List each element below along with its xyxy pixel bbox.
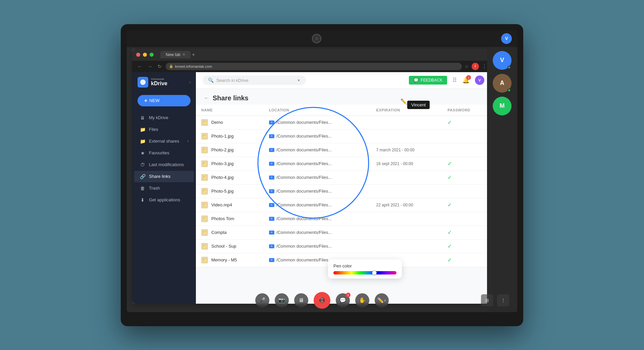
minimize-button[interactable] (143, 53, 147, 57)
kdrive-title: kDrive (151, 81, 167, 87)
notification-button[interactable]: 🔔 1 (462, 77, 470, 84)
search-bar[interactable]: 🔍 Search in kDrive ▼ (203, 76, 306, 85)
tab-bar: New tab ✕ + (160, 51, 195, 58)
table-row[interactable]: 📁 Compta ≡ /Common documents/Files... ✓ (196, 226, 491, 239)
kdrive-logo (138, 77, 148, 88)
file-password-cell: ✓ (442, 198, 491, 212)
more-options-icon[interactable]: ⋮ (482, 63, 487, 69)
refresh-button[interactable]: ↻ (156, 63, 163, 70)
file-expiration-cell: 7 march 2021 - 00:00 (371, 143, 442, 157)
drive-icon: ≡ (269, 203, 274, 207)
table-row[interactable]: 📁 School - Sup ≡ /Common documents/Files… (196, 239, 491, 253)
sidebar-item-trash[interactable]: 🗑 Trash (134, 183, 194, 194)
svg-point-0 (140, 80, 146, 85)
back-nav-button[interactable]: ← (136, 63, 144, 70)
file-name: Photo-2.jpg (211, 147, 234, 152)
chat-button[interactable]: 💬 1 (336, 293, 350, 307)
file-name: School - Sup (211, 244, 236, 249)
sidebar-item-last-modifications[interactable]: ⏱ Last modifications (134, 159, 194, 170)
new-tab-button[interactable]: + (192, 52, 195, 58)
url-bar[interactable]: 🔒 kmeet.infomaniak.com (166, 63, 462, 70)
new-button-label: NEW (149, 98, 159, 103)
end-call-button[interactable]: 📵 (314, 292, 330, 309)
sidebar-item-files[interactable]: 📁 Files (134, 124, 194, 135)
search-dropdown-icon[interactable]: ▼ (297, 79, 301, 82)
pen-icon: ✏️ (377, 297, 384, 303)
tab-close-icon[interactable]: ✕ (182, 53, 185, 56)
expiry-text: 7 march 2021 - 00:00 (376, 148, 415, 152)
chrome-profile-button[interactable]: I (472, 63, 479, 70)
notification-badge: 1 (466, 75, 471, 80)
expiry-text: 22 april 2021 - 00:00 (376, 203, 413, 207)
sidebar-item-favourites[interactable]: ★ Favourites (134, 147, 194, 159)
location-text: /Common documents/Files... (276, 216, 332, 221)
feedback-button[interactable]: 💬 FEEDBACK (409, 76, 447, 85)
user-avatar[interactable]: V (475, 76, 484, 85)
drive-icon: ≡ (269, 244, 274, 248)
nav-label-files: Files (149, 127, 158, 132)
bookmark-icon[interactable]: ☆ (465, 64, 469, 69)
maximize-button[interactable] (150, 53, 154, 57)
table-row[interactable]: 📁 Photo-5.jpg ≡ /Common documents/Files.… (196, 184, 491, 198)
call-bar-right: ⊞ ⋮ (481, 294, 509, 306)
drive-icon: ≡ (269, 258, 274, 262)
password-check-icon: ✓ (447, 230, 452, 235)
table-row[interactable]: 📁 Demo ≡ /Common documents/Files... ✓ (196, 115, 491, 129)
more-call-options-button[interactable]: ⋮ (497, 294, 509, 306)
table-row[interactable]: 📁 Photo-3.jpg ≡ /Common documents/Files.… (196, 157, 491, 170)
password-check-icon: ✓ (447, 119, 452, 125)
nav-actions: ☆ I ⋮ (465, 63, 487, 70)
close-button[interactable] (136, 53, 140, 57)
file-location-cell: ≡ /Common documents/Files... (264, 212, 371, 226)
folder-icon: 📁 (140, 127, 146, 132)
sidebar: Infomaniak kDrive › + NEW 🖥 My kDrive (132, 72, 196, 304)
pen-color-panel: Pen color (328, 259, 402, 279)
sidebar-item-share-links[interactable]: 🔗 Share links (134, 171, 194, 182)
file-password-cell: ✓ (442, 157, 491, 170)
forward-nav-button[interactable]: → (146, 63, 154, 70)
table-row[interactable]: 📁 Photo-1.jpg ≡ /Common documents/Files.… (196, 129, 491, 143)
chat-icon: 💬 (339, 297, 346, 303)
location-text: /Common documents/Files... (276, 120, 332, 125)
url-text: kmeet.infomaniak.com (175, 64, 212, 68)
sidebar-item-my-kdrive[interactable]: 🖥 My kDrive (134, 112, 194, 123)
monitor-icon: 🖥 (140, 115, 146, 120)
apps-grid-icon[interactable]: ⠿ (452, 77, 457, 84)
file-password-cell (442, 129, 491, 143)
file-password-cell: ✓ (442, 170, 491, 184)
sidebar-item-external-shares[interactable]: 📁 External shares › (134, 136, 194, 147)
sidebar-item-get-applications[interactable]: ⬇ Get applications (134, 194, 194, 206)
nav-label-trash: Trash (149, 186, 160, 191)
drive-icon: ≡ (269, 148, 274, 152)
mic-button[interactable]: 🎤 (255, 293, 269, 307)
screen-share-button[interactable]: 🖥 (294, 293, 308, 307)
table-row[interactable]: 📁 Video.mp4 ≡ /Common documents/Files...… (196, 198, 491, 212)
file-table: NAME LOCATION EXPIRATION PASSWORD 📁 Demo (196, 105, 491, 267)
webcam-area (312, 34, 321, 43)
file-icon: 📁 (201, 188, 208, 195)
location-text: /Common documents/Files... (276, 230, 332, 235)
pen-color-label: Pen color (333, 263, 396, 268)
camera-button[interactable]: 📷 (275, 293, 289, 307)
new-button[interactable]: + NEW (138, 95, 191, 106)
grid-view-button[interactable]: ⊞ (481, 294, 493, 306)
table-row[interactable]: 📁 Photos Tom ≡ /Common documents/Files..… (196, 212, 491, 226)
file-password-cell: ✓ (442, 115, 491, 129)
password-check-icon: ✓ (447, 161, 452, 166)
user-profile-icon[interactable]: V (501, 33, 512, 44)
status-indicator-2 (507, 89, 511, 92)
table-row[interactable]: 📁 Photo-2.jpg ≡ /Common documents/Files.… (196, 143, 491, 157)
color-slider-thumb[interactable] (372, 270, 377, 275)
active-tab[interactable]: New tab ✕ (160, 51, 191, 58)
webcam-icon (312, 34, 321, 43)
table-row[interactable]: 📁 Photo-4.jpg ≡ /Common documents/Files.… (196, 170, 491, 184)
hand-raise-button[interactable]: ✋ (355, 293, 369, 307)
color-slider[interactable] (333, 271, 396, 274)
sidebar-chevron-icon[interactable]: › (189, 80, 191, 85)
external-shares-chevron-icon: › (187, 139, 189, 143)
annotation-button[interactable]: ✏️ ▲ (375, 293, 389, 307)
file-location-cell: ≡ /Common documents/Files... (264, 143, 371, 157)
file-name: Video.mp4 (211, 202, 232, 207)
col-password: PASSWORD (442, 105, 491, 116)
back-button[interactable]: ← (204, 95, 209, 101)
